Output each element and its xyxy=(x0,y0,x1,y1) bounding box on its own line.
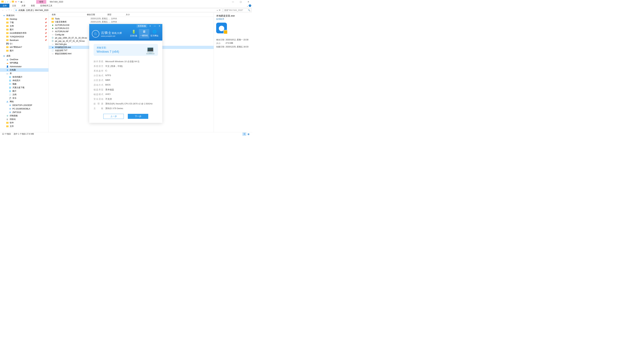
print-icon[interactable]: ▦ xyxy=(20,1,22,3)
brand-name: 云骑士 xyxy=(101,31,112,34)
ribbon-tab-apptools[interactable]: 应用程序工具 xyxy=(38,4,55,7)
nav-admin[interactable]: 👤Administrator xyxy=(0,65,48,68)
nav-quick-item[interactable]: Bandicam📌 xyxy=(0,38,48,42)
nav-quick-item[interactable]: 文档📌 xyxy=(0,24,48,28)
yqs-nav-item[interactable]: 🌐官方网址 xyxy=(149,29,160,38)
nav-quick-item[interactable]: 下载📌 xyxy=(0,21,48,24)
column-name-header[interactable]: 名称 xyxy=(49,13,87,16)
file-icon: ◆ xyxy=(51,27,54,30)
nav-network-item[interactable]: 🖥ZMT2019 xyxy=(0,110,48,114)
star-icon: ★ xyxy=(3,14,5,17)
up-button[interactable]: ↑ xyxy=(11,9,12,11)
search-input[interactable]: 搜索"Win7x64_2020" 🔍 xyxy=(223,8,252,12)
file-name: AUTORUN.EXE xyxy=(55,24,90,26)
recent-dropdown-icon[interactable]: ▾ xyxy=(9,9,10,11)
ribbon-tab-file[interactable]: 文件 xyxy=(0,4,10,7)
file-row[interactable]: U盘安装教程2020/12/25, 星期五 1...文件夹 xyxy=(49,20,214,23)
maximize-button[interactable]: ▢ xyxy=(237,0,244,4)
close-button[interactable]: ✕ xyxy=(244,0,252,4)
prepare-install-card: 准备安装: Windows 7 (x64) 💻 xyxy=(94,44,158,56)
status-selection: 选中 1 个项目 27.6 MB xyxy=(14,133,34,135)
nav-desktop[interactable]: 🖥桌面 xyxy=(0,54,48,58)
nav-lib-item[interactable]: 🎞视频 xyxy=(0,82,48,86)
menu-icon[interactable]: ≡ xyxy=(148,25,152,27)
nav-quick-access[interactable]: ★快速访问 xyxy=(0,14,48,17)
nav-control-panel[interactable]: ⚙控制面板 xyxy=(0,114,48,117)
nav-network-item[interactable]: 🖥DESKTOP-LSSOEDP xyxy=(0,103,48,107)
column-date-header[interactable]: 修改日期 xyxy=(87,13,107,16)
ribbon-collapse-icon[interactable]: ⌄ xyxy=(246,5,248,7)
nav-network-item[interactable]: 🖥PC-20190530OBLA xyxy=(0,107,48,110)
library-item-icon: 📄 xyxy=(9,93,12,96)
file-name: Tools xyxy=(55,17,90,20)
prev-button[interactable]: 上一步 xyxy=(103,114,124,119)
column-type-header[interactable]: 类型 xyxy=(107,13,126,16)
pc-icon: 🖥 xyxy=(9,104,12,107)
nav-files[interactable]: 文件 xyxy=(0,125,48,128)
help-icon[interactable]: ? xyxy=(249,4,251,7)
info-label: 处理器 xyxy=(94,102,103,105)
nav-lib-item[interactable]: 🖼保存的图片 xyxy=(0,75,48,79)
file-name: pe_yqs_1064_20_07_31_16_04.iso xyxy=(55,37,90,39)
nav-quick-item[interactable]: 图片📌 xyxy=(0,28,48,31)
nav-library[interactable]: 🗂库 xyxy=(0,72,48,75)
back-button[interactable]: ← xyxy=(2,9,4,11)
details-label: 创建日期: xyxy=(216,45,226,48)
file-row[interactable]: Tools2020/12/25, 星期五 1...文件夹 xyxy=(49,17,214,20)
yqs-nav-item[interactable]: 🖥一键装机 xyxy=(139,29,149,38)
info-value: BIOS xyxy=(105,83,110,86)
refresh-icon[interactable]: ⟳ xyxy=(219,9,220,11)
next-button[interactable]: 下一步 xyxy=(128,114,148,119)
info-value: 基本磁盘 xyxy=(105,88,114,91)
library-item-icon: 🖼 xyxy=(9,79,12,82)
ribbon-tab-view[interactable]: 查看 xyxy=(28,4,38,7)
nav-this-pc[interactable]: 🖥此电脑 xyxy=(0,68,48,72)
nav-icon: 🌐 xyxy=(152,30,157,34)
ribbon-tab-share[interactable]: 共享 xyxy=(19,4,28,7)
chevron-right-icon: › xyxy=(34,9,34,11)
ribbon-tab-home[interactable]: 主页 xyxy=(10,4,19,7)
checkmark-icon[interactable]: ✓ xyxy=(7,1,8,3)
redo-icon[interactable]: ↷ xyxy=(18,1,20,3)
yqs-nav-item[interactable]: 🔋启动U盘 xyxy=(128,29,139,38)
close-icon[interactable]: ✕ xyxy=(158,25,161,27)
nav-quick-item[interactable]: Desktop📌 xyxy=(0,17,48,21)
nav-lib-item[interactable]: 🖼本机照片 xyxy=(0,79,48,82)
nav-quick-item[interactable]: win7重装win7 xyxy=(0,45,48,49)
nav-onedrive[interactable]: ☁OneDrive xyxy=(0,58,48,61)
minimize-icon[interactable]: — xyxy=(153,25,157,27)
view-large-icon[interactable]: ▦ xyxy=(246,133,250,136)
nav-quick-item[interactable]: 图片 xyxy=(0,49,48,52)
minimize-button[interactable]: — xyxy=(229,0,237,4)
nav-network[interactable]: 🖧网络 xyxy=(0,100,48,103)
contact-support-button[interactable]: 联系客服 xyxy=(136,24,147,28)
forward-button[interactable]: → xyxy=(5,9,8,11)
delete-icon[interactable]: ✕ xyxy=(15,1,17,3)
nav-wps[interactable]: ☁WPS网盘 xyxy=(0,61,48,65)
nav-software[interactable]: 软件 xyxy=(0,121,48,125)
folder-icon xyxy=(12,1,14,3)
column-size-header[interactable]: 大小 xyxy=(126,13,136,16)
nav-quick-item[interactable]: 💾G:\ xyxy=(0,42,48,45)
nav-quick-item[interactable]: excel表格制作求和📌 xyxy=(0,31,48,35)
search-icon[interactable]: 🔍 xyxy=(248,9,250,11)
file-name: 本地硬盘安装.exe xyxy=(55,46,90,49)
view-details-icon[interactable]: ☰ xyxy=(242,133,246,136)
context-tab-manage[interactable]: 管理 xyxy=(36,0,46,4)
nav-lib-item[interactable]: 🖼天翼云盘下载 xyxy=(0,86,48,89)
brand-url: www.yunqishi.net xyxy=(101,35,122,37)
folder-icon xyxy=(6,125,9,128)
breadcrumb-seg[interactable]: Win7x64_2020 xyxy=(35,9,48,11)
nav-quick-item[interactable]: YUNQISHI2019📌 xyxy=(0,35,48,38)
nav-lib-item[interactable]: 🖼图片 xyxy=(0,89,48,93)
pc-icon: 🖥 xyxy=(9,111,12,114)
nav-lib-item[interactable]: 📄文档 xyxy=(0,93,48,96)
nav-lib-item[interactable]: 🎵音乐 xyxy=(0,96,48,100)
breadcrumb[interactable]: 🖥 › 此电脑 › 文档 (E:) › Win7x64_2020 ▾ ⟳ xyxy=(14,8,222,12)
nav-recycle[interactable]: 🗑回收站 xyxy=(0,117,48,121)
breadcrumb-seg[interactable]: 此电脑 xyxy=(18,9,25,12)
file-date: 2020/12/25, 星期五 1... xyxy=(90,20,111,23)
breadcrumb-seg[interactable]: 文档 (E:) xyxy=(26,9,34,12)
dropdown-icon[interactable]: ▾ xyxy=(217,9,218,11)
info-label: 安全启动 xyxy=(94,98,103,101)
